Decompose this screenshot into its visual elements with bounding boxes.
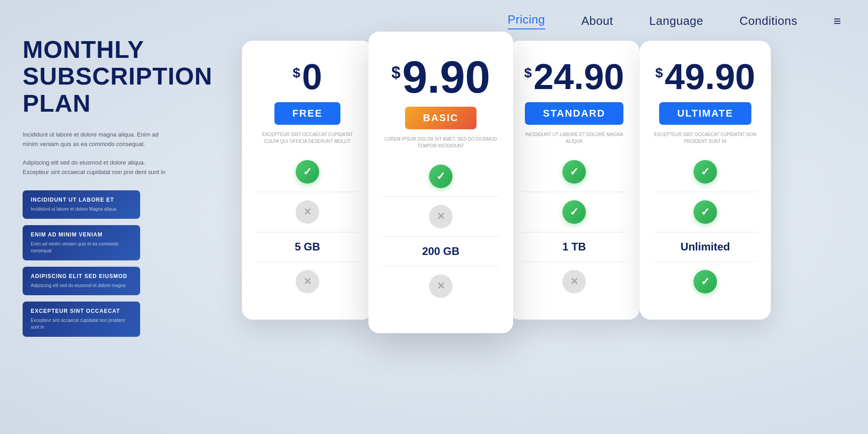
card-feature-row-ultimate-0 xyxy=(653,152,757,192)
cards-wrapper: $0FREEEXCEPTEUR SINT OCCAECAT CUPIDATAT … xyxy=(242,41,771,324)
feature-row-4: EXCEPTEUR SINT OCCAECAT Excepteur sint o… xyxy=(23,302,140,337)
card-feature-row-basic-1 xyxy=(382,197,500,237)
price-dollar-ultimate: $ xyxy=(656,65,663,80)
cross-icon-free-3 xyxy=(296,270,319,293)
feature-row-1: INCIDIDUNT UT LABORE ET Incididunt ut la… xyxy=(23,190,140,219)
hero-section: MONTHLY SUBSCRIPTION PLAN Incididunt ut … xyxy=(23,36,167,337)
plan-card-ultimate[interactable]: $49.90ULTIMATEEXCEPTEUR SINT OCCAECAT CU… xyxy=(640,41,771,320)
feature-title-2: ENIM AD MINIM VENIAM xyxy=(31,231,132,238)
feature-desc-4: Excepteur sint occaecat cupidatat non pr… xyxy=(31,317,132,330)
price-area-ultimate: $49.90 xyxy=(656,59,755,95)
card-features-basic: 200 GB xyxy=(382,156,500,306)
feature-title-1: INCIDIDUNT UT LABORE ET xyxy=(31,197,132,203)
plan-label-ultimate[interactable]: ULTIMATE xyxy=(659,102,751,125)
price-dollar-standard: $ xyxy=(524,65,532,80)
card-feature-row-standard-3 xyxy=(522,262,626,302)
feature-row-3: ADIPISCING ELIT SED EIUSMOD Adipiscing e… xyxy=(23,267,140,295)
card-feature-row-basic-0 xyxy=(382,156,500,197)
plan-label-basic[interactable]: BASIC xyxy=(405,107,476,129)
card-feature-row-basic-3 xyxy=(382,266,500,306)
plan-label-standard[interactable]: STANDARD xyxy=(525,102,623,125)
plan-desc-free: EXCEPTEUR SINT OCCAECAT CUPIDATAT CULPA … xyxy=(255,131,359,147)
card-feature-row-standard-1 xyxy=(522,192,626,232)
hero-subtitle: Incididunt ut labore et dolore magna ali… xyxy=(23,130,167,149)
card-feature-row-standard-2: 1 TB xyxy=(522,232,626,262)
check-icon-basic-0 xyxy=(429,165,453,188)
price-area-basic: $9.90 xyxy=(392,54,491,99)
plan-desc-basic: LOREM IPSUM DOLOR SIT AMET, SED DO EIUSM… xyxy=(382,136,500,152)
card-feature-row-ultimate-2: Unlimited xyxy=(653,232,757,262)
pricing-section: $0FREEEXCEPTEUR SINT OCCAECAT CUPIDATAT … xyxy=(163,36,850,324)
menu-icon[interactable]: ≡ xyxy=(834,14,841,28)
feature-rows: INCIDIDUNT UT LABORE ET Incididunt ut la… xyxy=(23,190,167,337)
nav-conditions[interactable]: Conditions xyxy=(740,14,797,28)
plan-card-free[interactable]: $0FREEEXCEPTEUR SINT OCCAECAT CUPIDATAT … xyxy=(242,41,373,320)
feature-desc-3: Adipiscing elit sed do eiusmod et dolore… xyxy=(31,282,132,289)
card-feature-row-ultimate-1 xyxy=(653,192,757,232)
card-feature-row-free-0 xyxy=(255,152,359,192)
nav-language[interactable]: Language xyxy=(649,14,703,28)
card-feature-row-free-2: 5 GB xyxy=(255,232,359,262)
cross-icon-standard-3 xyxy=(562,270,586,293)
price-area-free: $0 xyxy=(292,59,322,95)
feature-title-4: EXCEPTEUR SINT OCCAECAT xyxy=(31,308,132,314)
plan-card-basic[interactable]: $9.90BASICLOREM IPSUM DOLOR SIT AMET, SE… xyxy=(368,32,513,333)
price-area-standard: $24.90 xyxy=(524,59,624,95)
cross-icon-basic-1 xyxy=(429,205,453,228)
plan-label-free[interactable]: FREE xyxy=(274,102,341,125)
feature-row-2: ENIM AD MINIM VENIAM Enim ad minim venia… xyxy=(23,225,140,260)
feature-desc-1: Incididunt ut labore et dolore Magna ali… xyxy=(31,206,132,212)
check-icon-ultimate-0 xyxy=(693,160,717,184)
price-amount-basic: 9.90 xyxy=(402,54,491,99)
hero-title: MONTHLY SUBSCRIPTION PLAN xyxy=(23,36,167,117)
check-icon-free-0 xyxy=(296,160,319,184)
hero-subtitle2: Adipiscing elit sed do eiusmod et dolore… xyxy=(23,158,167,177)
plan-desc-ultimate: EXCEPTEUR SINT OCCAECAT CUPIDATAT NON PR… xyxy=(653,131,757,147)
cross-icon-free-1 xyxy=(296,200,319,224)
card-features-ultimate: Unlimited xyxy=(653,152,757,302)
plan-card-standard[interactable]: $24.90STANDARDINCIDIDUNT UT LABORE ET DO… xyxy=(509,41,640,320)
storage-text-basic-2: 200 GB xyxy=(422,245,460,258)
card-features-free: 5 GB xyxy=(255,152,359,302)
card-feature-row-free-3 xyxy=(255,262,359,302)
cross-icon-basic-3 xyxy=(429,274,453,298)
check-icon-ultimate-1 xyxy=(693,200,717,224)
price-amount-ultimate: 49.90 xyxy=(665,59,755,95)
check-icon-standard-0 xyxy=(562,160,586,184)
feature-desc-2: Enim ad minim veniam quis et ea commodo … xyxy=(31,241,132,254)
price-dollar-free: $ xyxy=(292,65,300,80)
storage-text-standard-2: 1 TB xyxy=(562,241,586,253)
navigation: Pricing About Language Conditions ≡ xyxy=(0,0,868,29)
price-amount-free: 0 xyxy=(302,59,322,95)
storage-text-ultimate-2: Unlimited xyxy=(680,241,730,253)
card-feature-row-free-1 xyxy=(255,192,359,232)
card-feature-row-ultimate-3 xyxy=(653,262,757,302)
check-icon-ultimate-3 xyxy=(693,270,717,293)
feature-title-3: ADIPISCING ELIT SED EIUSMOD xyxy=(31,273,132,279)
nav-pricing[interactable]: Pricing xyxy=(508,13,545,29)
check-icon-standard-1 xyxy=(562,200,586,224)
nav-about[interactable]: About xyxy=(581,14,613,28)
plan-desc-standard: INCIDIDUNT UT LABORE ET DOLORE MAGNA ALI… xyxy=(522,131,626,147)
price-amount-standard: 24.90 xyxy=(533,59,624,95)
storage-text-free-2: 5 GB xyxy=(295,241,320,253)
card-feature-row-basic-2: 200 GB xyxy=(382,237,500,266)
card-features-standard: 1 TB xyxy=(522,152,626,302)
price-dollar-basic: $ xyxy=(392,63,401,82)
card-feature-row-standard-0 xyxy=(522,152,626,192)
